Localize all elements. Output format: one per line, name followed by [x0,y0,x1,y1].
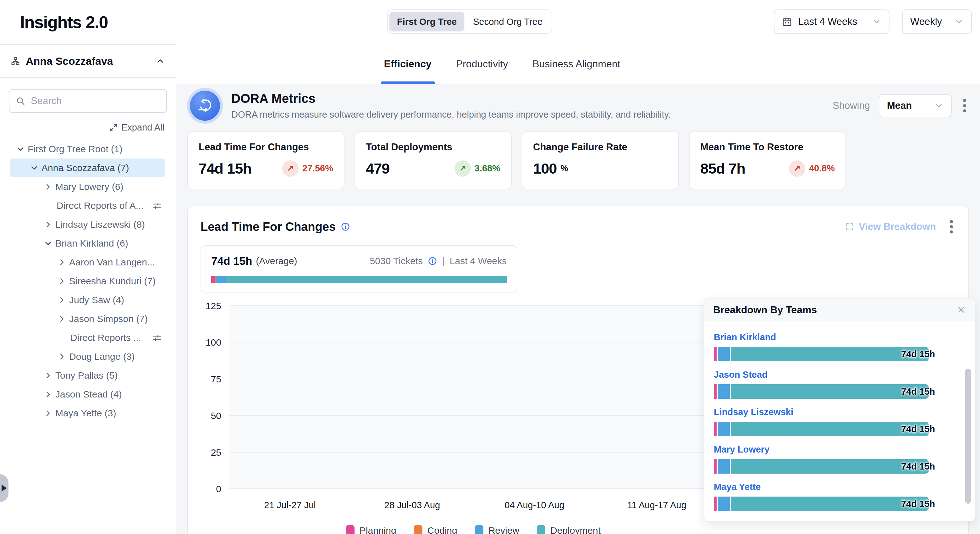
metric-delta-value: 3.68% [475,163,500,174]
org-tree-toggle[interactable]: First Org TreeSecond Org Tree [387,10,552,34]
sidebar-collapse-handle[interactable] [0,474,8,502]
view-breakdown-button[interactable]: View Breakdown [845,221,936,233]
tab-productivity[interactable]: Productivity [454,44,510,84]
tree-item-label: Doug Lange (3) [69,351,135,362]
team-bar-segment-review [718,384,730,399]
chevron-right-icon[interactable] [41,182,55,191]
chevron-right-icon[interactable] [41,408,55,418]
tree-item-mary-lowery[interactable]: Mary Lowery (6) [10,177,165,196]
tree-item-aaron-van-langen[interactable]: Aaron Van Langen... [10,253,165,272]
chart-legend: PlanningCodingReviewDeployment [229,525,718,534]
tree-item-jason-stead[interactable]: Jason Stead (4) [10,385,165,404]
aggregation-select[interactable]: Mean [879,94,952,117]
dora-header-row: DORA Metrics DORA metrics measure softwa… [187,88,969,124]
legend-swatch [414,525,422,534]
tree-item-maya-yette[interactable]: Maya Yette (3) [10,404,165,423]
tree-item-label: Tony Pallas (5) [55,370,118,381]
dora-cycle-icon [190,91,220,121]
tree-item-first-org-tree-root[interactable]: First Org Tree Root (1) [10,140,165,158]
legend-label: Review [488,525,519,534]
tree-item-lindsay-liszewski[interactable]: Lindsay Liszewski (8) [10,215,165,234]
chevron-right-icon[interactable] [41,220,55,229]
sidebar-user-name: Anna Scozzafava [26,55,113,67]
chevron-right-icon[interactable] [41,371,55,380]
team-bar-segment-review [718,497,730,511]
metric-delta: ↗40.8% [789,160,835,177]
tree-item-brian-kirkland[interactable]: Brian Kirkland (6) [10,234,165,253]
sidebar-search[interactable] [9,89,167,113]
tree-item-jason-simpson[interactable]: Jason Simpson (7) [10,309,165,328]
tree-item-direct-reports[interactable]: Direct Reports ... [10,328,165,347]
chevron-down-icon[interactable] [14,144,27,154]
summary-meta: 5030 Tickets | Last 4 Weeks [370,256,507,266]
kebab-menu-icon[interactable] [947,218,956,236]
tab-business-alignment[interactable]: Business Alignment [531,44,622,84]
team-stacked-bar: 74d 15h [714,347,953,361]
summary-average-suffix: (Average) [256,256,297,266]
chevron-right-icon[interactable] [55,295,68,305]
view-breakdown-label: View Breakdown [859,221,936,233]
team-name-link[interactable]: Maya Yette [714,482,760,492]
team-stacked-bar: 74d 15h [714,384,953,399]
tree-item-doug-lange[interactable]: Doug Lange (3) [10,347,165,366]
tab-efficiency[interactable]: Efficiency [382,44,433,84]
bar-column [351,306,473,489]
summary-bar-segment-planning [211,276,215,283]
tree-item-direct-reports-of-a[interactable]: Direct Reports of A... [10,196,165,215]
dora-texts: DORA Metrics DORA metrics measure softwa… [231,91,671,120]
date-range-value: Last 4 Weeks [798,16,857,27]
summary-separator: | [442,256,445,266]
tree-item-label: Lindsay Liszewski (8) [55,219,145,230]
chevron-right-icon[interactable] [41,390,55,399]
team-bar-segment-planning [714,347,717,361]
chevron-up-icon[interactable] [156,56,165,66]
chevron-right-icon[interactable] [55,258,68,267]
org-toggle-option[interactable]: First Org Tree [390,12,464,32]
search-input[interactable] [30,95,160,107]
filter-sliders-icon[interactable] [153,201,165,210]
metric-delta: ↗27.56% [282,160,333,177]
kebab-menu-icon[interactable] [961,97,969,115]
expand-all-label: Expand All [121,122,164,133]
filter-sliders-icon[interactable] [153,333,165,343]
dora-description: DORA metrics measure software delivery p… [231,110,671,120]
breakdown-row-maya-yette: Maya Yette74d 15h [714,482,953,511]
granularity-select[interactable]: Weekly [902,10,972,34]
close-icon[interactable] [956,305,966,314]
team-bar-value: 74d 15h [901,424,935,434]
org-chart-icon [11,56,20,66]
team-name-link[interactable]: Brian Kirkland [714,332,776,343]
team-name-link[interactable]: Mary Lowery [714,445,769,455]
chevron-down-icon[interactable] [41,239,55,248]
dora-title: DORA Metrics [231,91,671,106]
trend-up-arrow-icon: ↗ [455,160,471,177]
aggregation-value: Mean [887,100,912,111]
tree-item-label: Jason Simpson (7) [69,314,148,324]
metric-card-value: 85d 7h [700,160,745,177]
chevron-right-icon[interactable] [55,352,68,361]
header-controls: Last 4 Weeks Weekly [774,10,972,34]
tree-item-label: Judy Saw (4) [69,295,124,305]
expand-all-button[interactable]: Expand All [0,122,176,133]
chevron-down-icon[interactable] [28,163,41,173]
tree-item-judy-saw[interactable]: Judy Saw (4) [10,290,165,309]
org-toggle-option[interactable]: Second Org Tree [466,12,550,32]
date-range-select[interactable]: Last 4 Weeks [774,10,889,34]
team-name-link[interactable]: Lindsay Liszewski [714,407,793,417]
team-name-link[interactable]: Jason Stead [714,370,768,380]
chevron-right-icon[interactable] [55,314,68,324]
info-icon[interactable] [428,256,437,266]
metric-card-unit: % [560,164,568,173]
chevron-right-icon[interactable] [55,276,68,286]
tree-item-tony-pallas[interactable]: Tony Pallas (5) [10,366,165,385]
sidebar-user-header[interactable]: Anna Scozzafava [0,45,176,78]
tree-item-sireesha-kunduri[interactable]: Sireesha Kunduri (7) [10,272,165,290]
summary-bar-segment-review [216,276,226,283]
expand-all-icon [109,123,118,132]
tree-item-anna-scozzafava[interactable]: Anna Scozzafava (7) [10,158,165,177]
lead-time-header: Lead Time For Changes View Breakdown [200,218,956,236]
scrollbar-thumb[interactable] [965,368,971,504]
x-axis-tick-label: 11 Aug-17 Aug [596,500,718,510]
info-icon[interactable] [341,222,350,231]
metric-card-value: 479 [366,160,390,177]
